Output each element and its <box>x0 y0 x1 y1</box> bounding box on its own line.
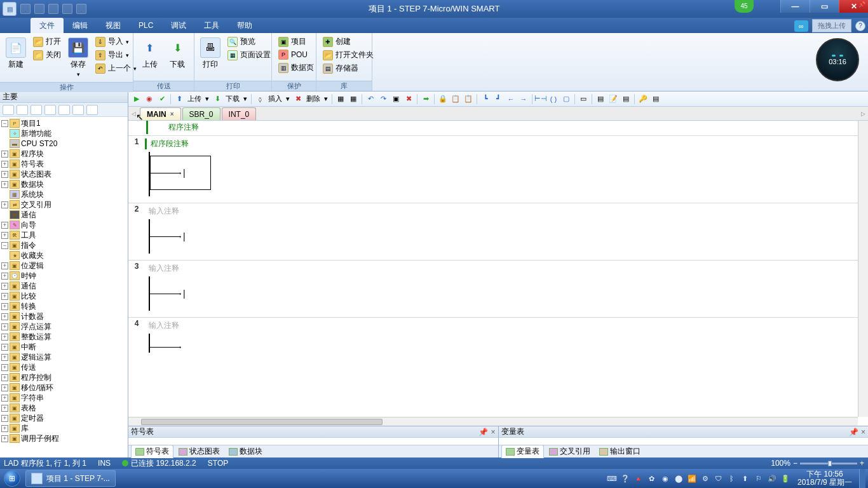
dropdown-icon[interactable]: ▾ <box>204 95 210 103</box>
tray-network-icon[interactable]: 📶 <box>687 473 697 484</box>
start-button[interactable]: ⊞ <box>0 469 24 488</box>
tree-tool-icon[interactable] <box>72 105 84 115</box>
tree-node-compare[interactable]: +▣比较 <box>0 291 128 301</box>
qat-open-icon[interactable] <box>34 4 44 14</box>
tree-node-programblock[interactable]: +▣程序块 <box>0 149 128 159</box>
menu-debug[interactable]: 调试 <box>162 18 195 33</box>
panel-body[interactable] <box>499 438 869 445</box>
tray-bluetooth-icon[interactable]: ᛒ <box>727 473 737 484</box>
clock-widget[interactable]: 03:16 <box>816 38 859 81</box>
tree-node-timer[interactable]: +▣定时器 <box>0 413 128 423</box>
vertical-scrollbar[interactable] <box>858 121 868 417</box>
drag-upload-label[interactable]: 拖拽上传 <box>812 19 851 32</box>
tray-icon[interactable]: ⚙ <box>700 473 710 484</box>
upload-arrow-icon[interactable]: ⬆ <box>173 93 185 105</box>
datapage-protect-button[interactable]: ▥数据页 <box>276 62 316 74</box>
tray-clock[interactable]: 下午 10:56 2018/7/9 星期一 <box>794 470 856 487</box>
tree-node-systemblock[interactable]: ▦系统块 <box>0 189 128 200</box>
panel-body[interactable] <box>128 438 498 445</box>
tray-icon[interactable]: ⬆ <box>740 473 750 484</box>
network-comment[interactable]: 程序段注释 <box>145 139 868 149</box>
help-icon[interactable]: ? <box>855 21 865 31</box>
dropdown-icon[interactable]: ▾ <box>285 95 291 103</box>
app-icon[interactable]: ▤ <box>3 2 17 16</box>
qat-dropdown-icon[interactable] <box>76 4 86 14</box>
tray-volume-icon[interactable]: 🔊 <box>767 473 777 484</box>
network-comment-placeholder[interactable]: 输入注释 <box>145 320 868 331</box>
tree-node-clock[interactable]: +🕐时钟 <box>0 271 128 281</box>
qat-save-icon[interactable] <box>48 4 58 14</box>
tree-node-bitlogic[interactable]: +▣位逻辑 <box>0 261 128 271</box>
tree-node-favorites[interactable]: ★收藏夹 <box>0 250 128 261</box>
tree-tool-icon[interactable] <box>17 105 28 115</box>
network-4[interactable]: 4 输入注释 → <box>128 317 868 358</box>
tree-node-interrupt[interactable]: +▣中断 <box>0 342 128 352</box>
tree-node-statuschart[interactable]: +▣状态图表 <box>0 169 128 179</box>
previous-button[interactable]: ↶上一个▾ <box>93 62 139 74</box>
qat-print-icon[interactable] <box>62 4 72 14</box>
page-setup-button[interactable]: ▦页面设置 <box>225 49 273 61</box>
pou-protect-button[interactable]: PPOU <box>276 49 316 60</box>
box-icon[interactable]: ▢ <box>560 93 572 105</box>
bottom-tab-statuschart[interactable]: 状态图表 <box>175 445 224 458</box>
tree-node-communication[interactable]: 🖳通信 <box>0 210 128 220</box>
tree-node-newfeature[interactable]: ✧新增功能 <box>0 128 128 139</box>
show-desktop-button[interactable] <box>859 469 865 488</box>
zoom-out-icon[interactable]: − <box>793 459 797 468</box>
tree-node-crossref[interactable]: +⇄交叉引用 <box>0 200 128 210</box>
tree-node-tools[interactable]: +🛠工具 <box>0 230 128 240</box>
tree-node-cpu[interactable]: ▬CPU ST20 <box>0 139 128 149</box>
project-protect-button[interactable]: ▣项目 <box>276 36 316 48</box>
network-2[interactable]: 2 输入注释 →| <box>128 203 868 259</box>
tree-node-integer[interactable]: +▣整数运算 <box>0 332 128 342</box>
cloud-icon[interactable]: ∞ <box>794 20 808 32</box>
network-comment-placeholder[interactable]: 输入注释 <box>145 206 868 217</box>
tree-node-subroutine[interactable]: +▣调用子例程 <box>0 433 128 444</box>
undo-icon[interactable]: ↶ <box>365 93 376 105</box>
storage-button[interactable]: ▤存储器 <box>320 62 376 74</box>
tree-node-shift[interactable]: +▣移位/循环 <box>0 383 128 393</box>
tree-node-string[interactable]: +▣字符串 <box>0 393 128 403</box>
tree-node-instructions[interactable]: −▣指令 <box>0 240 128 250</box>
tree-node-counter[interactable]: +▣计数器 <box>0 311 128 322</box>
ladder-rung[interactable]: →| <box>149 152 868 196</box>
open-button[interactable]: 📂打开 <box>31 36 64 48</box>
tab-close-icon[interactable]: × <box>170 111 174 118</box>
preview-button[interactable]: 🔍预览 <box>225 36 273 48</box>
menu-tools[interactable]: 工具 <box>195 18 228 33</box>
bottom-tab-variabletable[interactable]: 变量表 <box>501 445 544 458</box>
create-lib-button[interactable]: ✚创建 <box>320 36 376 48</box>
dropdown-icon[interactable]: ▾ <box>242 95 248 103</box>
tool-icon[interactable]: ▤ <box>595 93 606 105</box>
tool-icon[interactable]: ▤ <box>650 93 661 105</box>
panel-close-icon[interactable]: × <box>861 428 865 437</box>
upload-text[interactable]: 上传 <box>186 94 203 104</box>
tree-node-datablock[interactable]: +▣数据块 <box>0 179 128 189</box>
tray-icon[interactable]: ✿ <box>647 473 657 484</box>
tray-icon[interactable]: 🔺 <box>634 473 644 484</box>
pin-icon[interactable]: 📌 <box>858 1 865 8</box>
tool-icon[interactable]: 📋 <box>450 93 461 105</box>
tray-keyboard-icon[interactable]: ⌨ <box>607 473 617 484</box>
tool-icon[interactable]: ▤ <box>620 93 632 105</box>
download-arrow-icon[interactable]: ⬇ <box>212 93 223 105</box>
tree-node-wizard[interactable]: +✎向导 <box>0 220 128 230</box>
tab-main[interactable]: MAIN× <box>140 107 181 120</box>
dropdown-icon[interactable]: ▾ <box>323 95 329 103</box>
menu-help[interactable]: 帮助 <box>228 18 261 33</box>
stop-icon[interactable]: ◉ <box>144 93 155 105</box>
tool-icon[interactable]: 📝 <box>607 93 619 105</box>
close-project-button[interactable]: 📁关闭 <box>31 49 64 61</box>
coil-icon[interactable]: ( ) <box>548 93 559 105</box>
network-3[interactable]: 3 输入注释 →| <box>128 260 868 316</box>
project-tree[interactable]: −P项目1 ✧新增功能 ▬CPU ST20 +▣程序块 +▣符号表 +▣状态图表… <box>0 117 128 458</box>
tree-node-comm2[interactable]: +▣通信 <box>0 281 128 291</box>
key-icon[interactable]: 🔑 <box>637 93 649 105</box>
tree-tool-icon[interactable] <box>31 105 42 115</box>
tool-icon[interactable]: ✖ <box>403 93 414 105</box>
download-button[interactable]: ⬇下载 <box>165 36 191 72</box>
tree-node-move[interactable]: +▣传送 <box>0 362 128 372</box>
pin-icon[interactable]: 📌 <box>849 428 858 437</box>
new-button[interactable]: 📄新建 <box>4 36 28 72</box>
bottom-tab-crossref[interactable]: 交叉引用 <box>545 445 594 458</box>
